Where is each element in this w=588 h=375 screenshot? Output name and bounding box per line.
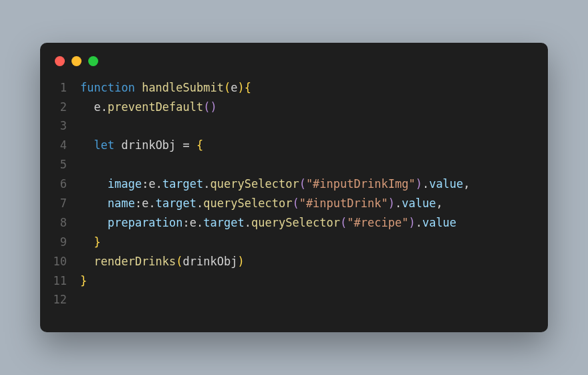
token: (: [224, 81, 231, 94]
token: preventDefault: [108, 100, 203, 114]
token: handleSubmit: [142, 81, 224, 94]
token: function: [80, 81, 135, 94]
token: name: [108, 197, 135, 210]
token: .: [422, 177, 429, 191]
token: querySelector: [210, 177, 299, 191]
token: ): [237, 81, 244, 94]
token: .: [395, 197, 402, 210]
token: ,: [463, 177, 470, 191]
line-number: 9: [52, 233, 80, 252]
code-window: 1function handleSubmit(e){2 e.preventDef…: [40, 43, 548, 333]
token: ,: [436, 197, 442, 210]
token: :: [183, 216, 190, 229]
token: querySelector: [203, 197, 292, 210]
token: ): [237, 255, 244, 268]
code-line: 6 image:e.target.querySelector("#inputDr…: [52, 174, 536, 194]
token: [80, 177, 108, 191]
code-content: name:e.target.querySelector("#inputDrink…: [80, 194, 443, 213]
token: [80, 235, 94, 249]
token: let: [94, 138, 114, 152]
token: :: [135, 197, 142, 210]
code-line: 12: [52, 290, 536, 309]
token: e: [190, 216, 196, 229]
token: ): [388, 197, 395, 210]
token: value: [402, 197, 436, 210]
code-editor: 1function handleSubmit(e){2 e.preventDef…: [40, 72, 548, 333]
line-number: 5: [52, 155, 80, 174]
token: .: [101, 100, 108, 114]
line-number: 2: [52, 98, 80, 117]
code-line: 11}: [52, 271, 536, 291]
token: target: [203, 216, 244, 229]
token: "#inputDrink": [299, 197, 388, 210]
token: }: [80, 274, 87, 287]
token: {: [196, 138, 203, 152]
line-number: 4: [52, 136, 80, 155]
token: (: [292, 197, 299, 210]
token: [135, 81, 142, 94]
token: target: [162, 177, 203, 191]
line-number: 12: [52, 290, 80, 309]
token: target: [156, 197, 196, 210]
token: [80, 138, 94, 152]
token: image: [108, 177, 142, 191]
close-icon[interactable]: [55, 56, 65, 66]
code-content: function handleSubmit(e){: [80, 78, 251, 98]
line-number: 6: [52, 174, 80, 194]
token: .: [196, 216, 203, 229]
line-number: 10: [52, 252, 80, 271]
code-line: 8 preparation:e.target.querySelector("#r…: [52, 213, 536, 233]
maximize-icon[interactable]: [88, 56, 98, 66]
token: value: [422, 216, 456, 229]
code-content: image:e.target.querySelector("#inputDrin…: [80, 174, 470, 194]
token: (: [340, 216, 347, 229]
line-number: 1: [52, 78, 80, 98]
token: renderDrinks: [94, 255, 176, 268]
token: =: [176, 138, 196, 152]
token: (): [203, 100, 216, 114]
token: ): [408, 216, 415, 229]
token: drinkObj: [121, 138, 176, 152]
token: .: [156, 177, 162, 191]
token: .: [196, 197, 203, 210]
token: [114, 138, 121, 152]
line-number: 3: [52, 116, 80, 136]
token: ): [416, 177, 422, 191]
line-number: 7: [52, 194, 80, 213]
code-content: renderDrinks(drinkObj): [80, 252, 245, 271]
token: .: [148, 197, 155, 210]
token: e: [142, 197, 148, 210]
token: [80, 255, 94, 268]
code-content: e.preventDefault(): [80, 98, 217, 117]
line-number: 8: [52, 213, 80, 233]
token: [80, 100, 94, 114]
token: .: [245, 216, 251, 229]
code-line: 3: [52, 116, 536, 136]
code-line: 5: [52, 155, 536, 174]
token: querySelector: [251, 216, 340, 229]
minimize-icon[interactable]: [71, 56, 82, 66]
code-line: 4 let drinkObj = {: [52, 136, 536, 155]
code-line: 2 e.preventDefault(): [52, 98, 536, 117]
code-content: preparation:e.target.querySelector("#rec…: [80, 213, 456, 233]
token: drinkObj: [183, 255, 238, 268]
token: (: [176, 255, 182, 268]
token: "#inputDrinkImg": [306, 177, 416, 191]
code-content: }: [80, 271, 87, 291]
token: "#recipe": [347, 216, 408, 229]
token: [80, 216, 108, 229]
token: value: [429, 177, 463, 191]
token: {: [245, 81, 251, 94]
code-line: 10 renderDrinks(drinkObj): [52, 252, 536, 271]
token: preparation: [108, 216, 183, 229]
token: [80, 197, 108, 210]
token: :: [142, 177, 148, 191]
token: }: [94, 235, 100, 249]
token: e: [148, 177, 155, 191]
code-line: 7 name:e.target.querySelector("#inputDri…: [52, 194, 536, 213]
token: (: [299, 177, 306, 191]
code-line: 9 }: [52, 233, 536, 252]
code-content: let drinkObj = {: [80, 136, 203, 155]
line-number: 11: [52, 271, 80, 291]
token: .: [203, 177, 210, 191]
